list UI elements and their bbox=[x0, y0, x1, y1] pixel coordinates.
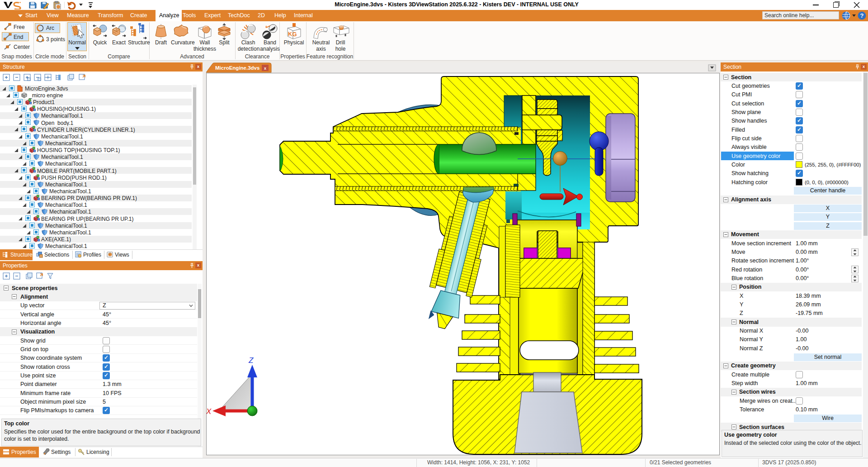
svg-text:x: x bbox=[264, 66, 266, 71]
svg-text:MicroEngine.3dvs: MicroEngine.3dvs bbox=[215, 65, 259, 71]
svg-text:Z: Z bbox=[248, 356, 254, 365]
svg-text:X: X bbox=[206, 407, 212, 416]
svg-text:KG: KG bbox=[288, 30, 297, 38]
svg-text:?: ? bbox=[860, 12, 864, 19]
